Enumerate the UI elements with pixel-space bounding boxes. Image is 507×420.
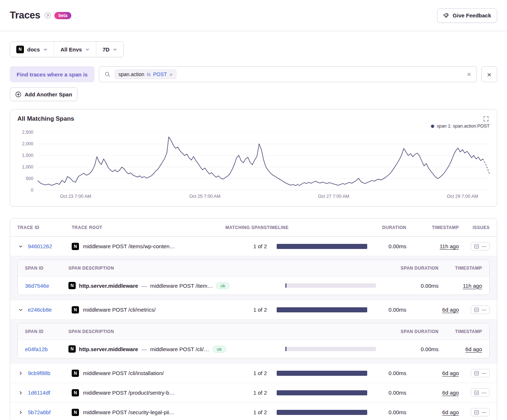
col-span-duration: Span Duration — [377, 266, 439, 271]
chevron-right-icon[interactable] — [17, 370, 24, 377]
x-axis-label: Oct 25 7:00 AM — [189, 194, 221, 199]
give-feedback-label: Give Feedback — [453, 12, 491, 18]
chevron-down-icon[interactable] — [17, 307, 24, 313]
timestamp-value[interactable]: 6d ago — [442, 390, 459, 396]
environment-selector[interactable]: All Envs — [54, 42, 96, 57]
chevron-right-icon[interactable] — [17, 390, 24, 396]
duration-value: 0.00ms — [368, 370, 406, 376]
expanded-spans-region: Span ID Span Description Span Duration T… — [10, 256, 497, 300]
trace-id-link[interactable]: e246cb8e — [28, 307, 52, 313]
issues-indicator[interactable]: — — [471, 305, 490, 314]
span-description-text: middleware POST /cli/… — [150, 346, 209, 352]
project-selector[interactable]: N docs — [10, 42, 54, 57]
issues-indicator[interactable]: — — [471, 242, 490, 250]
trace-root-text: middleware POST /cli/installation/ — [83, 370, 164, 376]
token-operator: is — [147, 71, 151, 77]
timeline-bar[interactable] — [277, 244, 367, 249]
table-header-row: Trace ID Trace Root Matching Spans Timel… — [10, 219, 497, 237]
project-selector-label: docs — [27, 46, 40, 53]
span-id-link[interactable]: 36d7546e — [25, 283, 68, 289]
timestamp-value[interactable]: 11h ago — [440, 243, 459, 249]
fullscreen-icon[interactable] — [482, 115, 490, 122]
search-token[interactable]: span.action is POST × — [115, 70, 176, 79]
date-range-selector[interactable]: 7D — [96, 42, 123, 57]
page-title: Traces — [10, 10, 40, 21]
chevron-right-icon[interactable] — [17, 409, 24, 416]
issues-icon — [474, 390, 479, 395]
timeline-bar[interactable] — [277, 390, 367, 395]
span-row[interactable]: e04fa12b N http.server.middleware — midd… — [18, 340, 489, 358]
trace-id-link[interactable]: 94601262 — [28, 243, 52, 249]
timestamp-value[interactable]: 6d ago — [442, 307, 459, 313]
issues-count: — — [482, 390, 486, 395]
span-timeline-track[interactable] — [285, 283, 376, 288]
span-status-badge: ok — [216, 282, 230, 289]
y-axis-label: 1,500 — [22, 153, 33, 158]
col-duration: Duration — [368, 225, 406, 230]
traces-page: N docs All Envs 7D Find traces where a s… — [0, 31, 507, 420]
col-span-description: Span Description — [68, 329, 283, 334]
table-row[interactable]: 94601262 N middleware POST /items/wp-con… — [10, 237, 497, 256]
span-search-bar[interactable]: span.action is POST × × — [99, 66, 477, 82]
span-table-header-row: Span ID Span Description Span Duration T… — [18, 323, 489, 340]
table-row[interactable]: e246cb8e N middleware POST /cli/metrics/… — [10, 300, 497, 320]
give-feedback-button[interactable]: Give Feedback — [437, 8, 497, 23]
col-issues: Issues — [459, 225, 490, 230]
help-icon[interactable]: ? — [45, 12, 51, 18]
timestamp-value[interactable]: 6d ago — [442, 409, 459, 415]
date-range-selector-label: 7D — [102, 46, 109, 53]
add-another-span-button[interactable]: Add Another Span — [10, 87, 77, 101]
chart-title: All Matching Spans — [17, 115, 74, 122]
col-span-id: Span ID — [25, 329, 68, 334]
col-span-duration: Span Duration — [377, 329, 439, 334]
nextjs-icon: N — [68, 345, 76, 353]
span-timestamp-value[interactable]: 6d ago — [465, 346, 482, 352]
matching-spans-count: 1 of 2 — [205, 370, 267, 376]
y-axis-label: 2,500 — [22, 129, 33, 135]
issues-indicator[interactable]: — — [471, 369, 490, 377]
timeline-bar[interactable] — [277, 410, 367, 415]
table-row[interactable]: 1d6114df N middleware POST /product/sent… — [10, 383, 497, 403]
issues-count: — — [482, 370, 486, 376]
matching-spans-count: 1 of 2 — [205, 409, 267, 415]
issues-count: — — [482, 409, 486, 415]
clear-search-icon[interactable]: × — [467, 71, 471, 78]
issues-indicator[interactable]: — — [471, 408, 490, 416]
span-op: http.server.middleware — [79, 283, 138, 289]
remove-token-icon[interactable]: × — [169, 72, 173, 77]
span-filter-row: Find traces where a span is span.action … — [10, 66, 497, 82]
search-icon — [105, 71, 110, 77]
trace-id-link[interactable]: 1d6114df — [28, 390, 50, 396]
issues-indicator[interactable]: — — [471, 388, 490, 397]
span-row[interactable]: 36d7546e N http.server.middleware — midd… — [18, 276, 489, 295]
timeline-bar[interactable] — [277, 307, 367, 312]
span-timeline-marker — [285, 347, 286, 351]
megaphone-icon — [443, 13, 449, 18]
chevron-down-icon — [43, 47, 48, 52]
col-span-description: Span Description — [68, 266, 283, 271]
remove-span-filter-button[interactable]: × — [481, 66, 497, 82]
table-row[interactable]: 5b72a6bf N middleware POST /security-leg… — [10, 403, 497, 420]
chevron-down-icon[interactable] — [17, 243, 24, 250]
span-id-link[interactable]: e04fa12b — [25, 346, 68, 352]
trace-id-link[interactable]: 9cb9f88b — [28, 370, 50, 376]
timeline-bar[interactable] — [277, 371, 367, 376]
x-axis-label: Oct 29 7:00 AM — [447, 194, 478, 199]
span-timeline-track[interactable] — [285, 347, 376, 351]
legend-label: span 1: span.action:POST — [437, 124, 490, 129]
token-key: span.action — [118, 71, 144, 77]
chevron-down-icon — [85, 47, 90, 52]
table-row[interactable]: 9cb9f88b N middleware POST /cli/installa… — [10, 363, 497, 383]
page-filter-bar: N docs All Envs 7D — [10, 41, 124, 57]
nextjs-icon: N — [68, 282, 76, 289]
beta-badge: beta — [54, 12, 71, 19]
col-timestamp: Timestamp — [406, 225, 459, 230]
span-timestamp-value[interactable]: 11h ago — [463, 283, 482, 289]
timestamp-value[interactable]: 6d ago — [442, 370, 459, 376]
issues-icon — [474, 307, 479, 312]
chart-plot[interactable] — [38, 132, 490, 190]
nextjs-icon: N — [72, 243, 79, 250]
chart-y-axis: 05001,0001,5002,0002,500 — [17, 132, 38, 190]
span-op: http.server.middleware — [79, 346, 138, 352]
trace-id-link[interactable]: 5b72a6bf — [28, 409, 51, 415]
